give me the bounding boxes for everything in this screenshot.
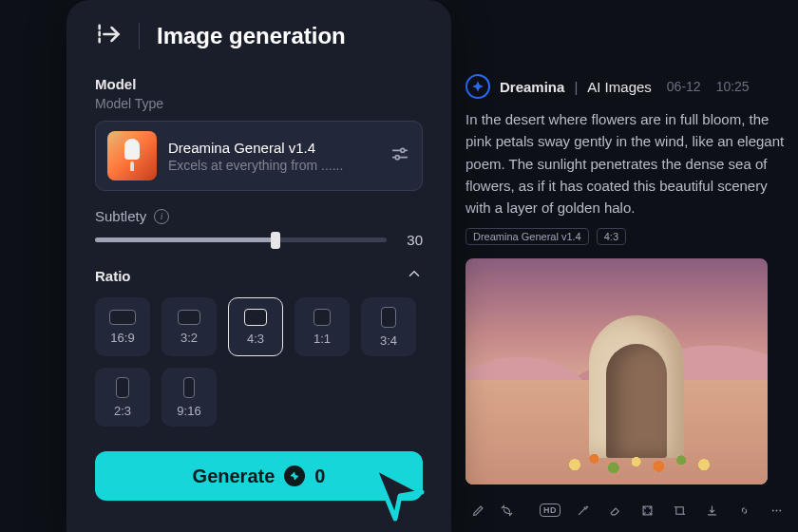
result-section: AI Images bbox=[587, 79, 652, 95]
model-name: Dreamina General v1.4 bbox=[168, 140, 378, 156]
svg-point-3 bbox=[401, 148, 405, 152]
result-card: Dreamina | AI Images 06-12 10:25 In the … bbox=[466, 74, 788, 522]
ratio-shape bbox=[116, 377, 129, 398]
result-time: 10:25 bbox=[716, 79, 750, 94]
panel-title: Image generation bbox=[157, 23, 346, 49]
tag-ratio: 4:3 bbox=[597, 228, 626, 245]
cursor-icon bbox=[365, 460, 433, 532]
collapse-icon[interactable] bbox=[95, 21, 122, 51]
ratio-label: 9:16 bbox=[177, 404, 200, 418]
svg-point-5 bbox=[395, 156, 399, 160]
ratio-shape bbox=[109, 310, 136, 325]
svg-point-12 bbox=[779, 509, 781, 511]
generation-panel: Image generation Model Model Type Dreami… bbox=[66, 0, 451, 532]
panel-header: Image generation bbox=[95, 21, 423, 51]
svg-rect-7 bbox=[675, 507, 683, 515]
edit-icon[interactable] bbox=[466, 498, 490, 522]
link-icon[interactable] bbox=[732, 498, 756, 522]
download-icon[interactable] bbox=[699, 498, 724, 522]
ratio-shape bbox=[178, 310, 200, 325]
ratio-tile-9-16[interactable]: 9:16 bbox=[162, 368, 217, 427]
result-toolbar: HD bbox=[466, 498, 788, 522]
ratio-label: 4:3 bbox=[247, 332, 264, 346]
subtlety-slider[interactable] bbox=[95, 238, 387, 242]
model-settings-icon[interactable] bbox=[390, 143, 410, 168]
ratio-shape bbox=[314, 309, 331, 326]
prompt-text: In the desert where flowers are in full … bbox=[466, 108, 788, 218]
subtlety-label: Subtlety bbox=[95, 208, 146, 224]
ratio-label: 2:3 bbox=[114, 404, 131, 418]
info-icon[interactable]: i bbox=[154, 209, 169, 224]
ratio-shape bbox=[183, 377, 195, 398]
subtlety-label-row: Subtlety i bbox=[95, 208, 423, 224]
hd-badge[interactable]: HD bbox=[538, 498, 562, 522]
ratio-tile-2-3[interactable]: 2:3 bbox=[95, 368, 150, 427]
tag-row: Dreamina General v1.4 4:3 bbox=[466, 228, 788, 245]
credit-count: 0 bbox=[314, 466, 325, 487]
ratio-label: 16:9 bbox=[110, 331, 134, 345]
tag-model: Dreamina General v1.4 bbox=[466, 228, 589, 245]
expand-icon[interactable] bbox=[635, 498, 659, 522]
divider bbox=[139, 23, 140, 49]
brand-name: Dreamina bbox=[500, 79, 564, 95]
model-selector[interactable]: Dreamina General v1.4 Excels at everythi… bbox=[95, 121, 423, 191]
model-thumbnail bbox=[107, 131, 157, 180]
brand-icon bbox=[466, 74, 490, 99]
ratio-tile-3-2[interactable]: 3:2 bbox=[162, 297, 217, 356]
chevron-up-icon[interactable] bbox=[406, 265, 423, 286]
eraser-icon[interactable] bbox=[602, 498, 627, 522]
ratio-tile-1-1[interactable]: 1:1 bbox=[294, 297, 350, 356]
wand-icon[interactable] bbox=[570, 498, 595, 522]
generate-label: Generate bbox=[193, 466, 276, 487]
slider-thumb[interactable] bbox=[271, 232, 280, 249]
ratio-grid: 16:93:24:31:13:42:39:16 bbox=[95, 297, 423, 427]
ratio-tile-3-4[interactable]: 3:4 bbox=[361, 297, 416, 356]
svg-point-11 bbox=[775, 509, 777, 511]
svg-point-10 bbox=[771, 509, 773, 511]
subtlety-value: 30 bbox=[400, 232, 423, 248]
credit-icon bbox=[284, 466, 305, 486]
generated-image[interactable] bbox=[466, 258, 768, 484]
model-type-label: Model Type bbox=[95, 96, 423, 111]
regenerate-icon[interactable] bbox=[494, 498, 519, 522]
ratio-label: 3:4 bbox=[380, 333, 397, 348]
subtlety-slider-row: 30 bbox=[95, 232, 423, 248]
ratio-label: 3:2 bbox=[180, 331, 198, 345]
model-section-label: Model bbox=[95, 76, 423, 92]
ratio-shape bbox=[381, 307, 396, 328]
ratio-shape bbox=[244, 309, 267, 326]
more-icon[interactable] bbox=[764, 498, 788, 522]
ratio-label: Ratio bbox=[95, 268, 131, 284]
result-date: 06-12 bbox=[667, 79, 701, 94]
ratio-tile-16-9[interactable]: 16:9 bbox=[95, 297, 150, 356]
ratio-label: 1:1 bbox=[314, 332, 331, 346]
ratio-tile-4-3[interactable]: 4:3 bbox=[228, 297, 283, 356]
result-header: Dreamina | AI Images 06-12 10:25 bbox=[466, 74, 788, 99]
crop-icon[interactable] bbox=[667, 498, 692, 522]
brand-separator: | bbox=[574, 79, 578, 95]
model-description: Excels at everything from ...... bbox=[168, 158, 378, 173]
